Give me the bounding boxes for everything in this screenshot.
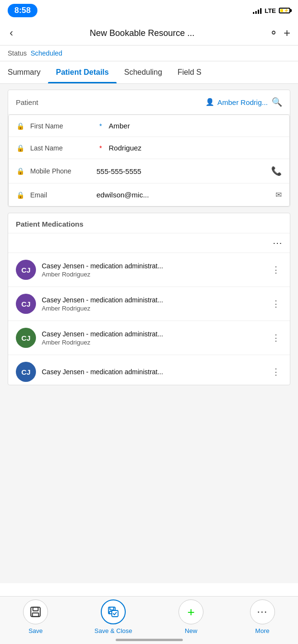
med-subtitle-3: Amber Rodriguez — [42, 339, 264, 346]
med-text-2: Casey Jensen - medication administrat...… — [42, 296, 264, 312]
battery-icon: ⚡ — [279, 8, 290, 13]
page-title: New Bookable Resource ... — [21, 28, 263, 38]
med-item-more-3[interactable]: ⋮ — [270, 331, 282, 345]
lock-icon-phone: 🔒 — [16, 167, 24, 175]
mobile-phone-value[interactable]: 555-555-5555 — [96, 167, 263, 175]
more-icon-wrap: ⋯ — [250, 599, 275, 624]
save-label: Save — [28, 627, 43, 634]
lock-icon-firstname: 🔒 — [16, 122, 24, 130]
mobile-phone-row: 🔒 Mobile Phone 555-555-5555 📞 — [9, 159, 289, 184]
avatar-1: CJ — [16, 260, 36, 280]
svg-rect-2 — [33, 613, 39, 617]
save-action[interactable]: Save — [23, 599, 48, 634]
required-star-firstname: * — [99, 122, 102, 130]
avatar-initials-3: CJ — [21, 334, 30, 342]
last-name-row: 🔒 Last Name * Rodriguez — [9, 137, 289, 159]
med-item-more-4[interactable]: ⋮ — [270, 365, 282, 379]
patient-fields: 🔒 First Name * Amber 🔒 Last Name * Rodri… — [8, 115, 290, 207]
med-title-2: Casey Jensen - medication administrat... — [42, 296, 264, 304]
add-button[interactable]: + — [284, 26, 290, 40]
signal-status: LTE ⚡ — [253, 7, 290, 14]
first-name-row: 🔒 First Name * Amber — [9, 115, 289, 137]
new-icon: + — [188, 605, 195, 620]
patient-link-icon: 👤 — [205, 98, 215, 106]
email-value[interactable]: edwilson@mic... — [96, 191, 268, 199]
lock-icon-lastname: 🔒 — [16, 144, 24, 152]
back-button[interactable]: ‹ — [8, 25, 15, 41]
new-icon-wrap: + — [179, 599, 203, 624]
med-item-1: CJ Casey Jensen - medication administrat… — [8, 253, 290, 287]
status-row: Status Scheduled — [0, 46, 298, 61]
avatar-4: CJ — [16, 362, 36, 382]
first-name-value[interactable]: Amber — [108, 122, 282, 130]
save-close-icon — [107, 606, 119, 618]
med-subtitle-1: Amber Rodriguez — [42, 271, 264, 278]
med-subtitle-2: Amber Rodriguez — [42, 305, 264, 312]
last-name-label: Last Name — [30, 144, 93, 152]
email-row: 🔒 Email edwilson@mic... ✉ — [9, 184, 289, 206]
save-close-icon-wrap — [101, 599, 126, 624]
medications-header: Patient Medications — [8, 213, 290, 233]
avatar-initials-2: CJ — [21, 300, 30, 308]
lte-label: LTE — [264, 7, 276, 14]
first-name-label: First Name — [30, 122, 93, 130]
avatar-initials-1: CJ — [21, 266, 30, 274]
med-item-2: CJ Casey Jensen - medication administrat… — [8, 287, 290, 321]
signal-bars-icon — [253, 7, 262, 14]
tab-summary[interactable]: Summary — [0, 61, 48, 83]
patient-header-row: Patient 👤 Amber Rodrig... 🔍 — [8, 90, 290, 115]
home-bar — [116, 639, 183, 641]
patient-card-label: Patient — [16, 98, 205, 106]
status-bar: 8:58 LTE ⚡ — [0, 0, 298, 21]
last-name-value[interactable]: Rodriguez — [108, 144, 282, 152]
save-icon — [29, 606, 42, 618]
main-content: Patient 👤 Amber Rodrig... 🔍 🔒 First Name… — [0, 84, 298, 583]
med-title-4: Casey Jensen - medication administrat... — [42, 368, 264, 376]
avatar-initials-4: CJ — [21, 368, 30, 376]
search-button[interactable]: ⚬ — [269, 27, 278, 39]
meds-more-button[interactable]: ⋯ — [273, 237, 283, 249]
new-action[interactable]: + New — [179, 599, 203, 634]
patient-name: Amber Rodrig... — [217, 98, 268, 106]
med-title-1: Casey Jensen - medication administrat... — [42, 262, 264, 270]
medications-card: Patient Medications ⋯ CJ Casey Jensen - … — [8, 213, 290, 385]
header: ‹ New Bookable Resource ... ⚬ + — [0, 21, 298, 46]
med-item-4: CJ Casey Jensen - medication administrat… — [8, 355, 290, 385]
status-value[interactable]: Scheduled — [31, 49, 62, 57]
med-item-3: CJ Casey Jensen - medication administrat… — [8, 321, 290, 355]
tabs-bar: Summary Patient Details Scheduling Field… — [0, 61, 298, 84]
svg-rect-4 — [110, 607, 114, 610]
patient-link[interactable]: 👤 Amber Rodrig... — [205, 98, 268, 106]
phone-call-icon[interactable]: 📞 — [271, 166, 282, 176]
avatar-2: CJ — [16, 294, 36, 314]
med-title-3: Casey Jensen - medication administrat... — [42, 330, 264, 338]
more-icon: ⋯ — [257, 606, 268, 618]
more-action[interactable]: ⋯ More — [250, 599, 275, 634]
save-close-label: Save & Close — [95, 627, 132, 634]
tab-patient-details[interactable]: Patient Details — [48, 61, 116, 83]
email-label: Email — [30, 191, 93, 199]
med-text-1: Casey Jensen - medication administrat...… — [42, 262, 264, 278]
bottom-bar: Save Save & Close + New ⋯ More — [0, 596, 298, 644]
avatar-3: CJ — [16, 328, 36, 348]
save-close-action[interactable]: Save & Close — [95, 599, 132, 634]
med-text-4: Casey Jensen - medication administrat... — [42, 368, 264, 376]
med-item-more-1[interactable]: ⋮ — [270, 263, 282, 277]
new-label: New — [185, 627, 197, 634]
email-compose-icon[interactable]: ✉ — [275, 190, 282, 199]
patient-card: Patient 👤 Amber Rodrig... 🔍 🔒 First Name… — [8, 90, 290, 207]
status-label: Status — [8, 49, 27, 57]
more-label: More — [255, 627, 270, 634]
required-star-lastname: * — [99, 144, 102, 152]
save-icon-wrap — [23, 599, 48, 624]
mobile-phone-label: Mobile Phone — [30, 167, 93, 175]
patient-search-icon[interactable]: 🔍 — [272, 97, 282, 107]
meds-toolbar: ⋯ — [8, 233, 290, 253]
lock-icon-email: 🔒 — [16, 191, 24, 199]
med-item-more-2[interactable]: ⋮ — [270, 297, 282, 311]
tab-scheduling[interactable]: Scheduling — [117, 61, 170, 83]
time-display: 8:58 — [8, 4, 37, 17]
med-text-3: Casey Jensen - medication administrat...… — [42, 330, 264, 346]
tab-field-s[interactable]: Field S — [170, 61, 209, 83]
svg-rect-1 — [33, 607, 38, 611]
